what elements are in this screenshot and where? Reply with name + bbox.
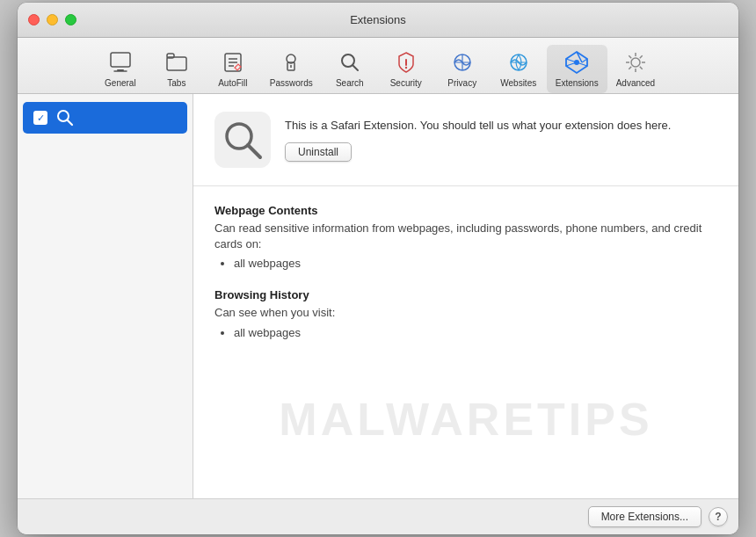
titlebar: Extensions — [18, 3, 738, 38]
browsing-history-item-0: all webpages — [234, 325, 717, 340]
svg-line-40 — [248, 145, 260, 157]
extension-checkbox[interactable]: ✓ — [33, 111, 47, 125]
webpage-contents-title: Webpage Contents — [214, 204, 717, 217]
toolbar-tabs-label: Tabs — [167, 78, 185, 88]
toolbar-tabs[interactable]: Tabs — [149, 45, 205, 93]
toolbar-security[interactable]: Security — [378, 45, 434, 93]
extension-description: This is a Safari Extension. You should t… — [285, 118, 717, 134]
webpage-contents-desc: Can read sensitive information from webp… — [214, 221, 717, 252]
toolbar: General Tabs Auto — [18, 38, 738, 94]
svg-rect-3 — [167, 57, 186, 70]
toolbar-general[interactable]: General — [92, 45, 149, 93]
permissions-area: Webpage Contents Can read sensitive info… — [193, 186, 738, 375]
svg-line-38 — [68, 120, 73, 126]
svg-line-36 — [629, 67, 631, 69]
general-icon — [106, 48, 134, 76]
browsing-history-section: Browsing History Can see when you visit:… — [214, 288, 717, 339]
extension-detail-panel: MALWARETIPS This is a Safari Extension. … — [193, 94, 738, 498]
autofill-icon — [219, 48, 247, 76]
svg-line-34 — [640, 67, 643, 69]
footer: More Extensions... ? — [18, 498, 738, 534]
toolbar-search-label: Search — [336, 78, 364, 88]
toolbar-privacy-label: Privacy — [447, 78, 476, 88]
advanced-icon — [622, 48, 650, 76]
toolbar-passwords-label: Passwords — [270, 78, 313, 88]
minimize-button[interactable] — [47, 14, 58, 25]
toolbar-websites[interactable]: Websites — [491, 45, 547, 93]
more-extensions-button[interactable]: More Extensions... — [588, 506, 701, 527]
toolbar-privacy[interactable]: Privacy — [434, 45, 491, 93]
extension-main-icon — [214, 112, 271, 168]
toolbar-extensions-label: Extensions — [556, 78, 599, 88]
toolbar-advanced-label: Advanced — [616, 78, 655, 88]
extension-list-icon — [55, 107, 76, 128]
browsing-history-title: Browsing History — [214, 288, 717, 301]
close-button[interactable] — [28, 14, 40, 25]
extensions-icon — [563, 48, 591, 76]
toolbar-security-label: Security — [390, 78, 422, 88]
watermark: MALWARETIPS — [279, 393, 652, 446]
uninstall-button[interactable]: Uninstall — [285, 142, 352, 162]
svg-line-13 — [353, 65, 358, 70]
tabs-icon — [163, 48, 191, 76]
webpage-contents-item-0: all webpages — [234, 256, 717, 271]
toolbar-websites-label: Websites — [500, 78, 536, 88]
extension-info: This is a Safari Extension. You should t… — [285, 118, 717, 162]
svg-line-23 — [582, 59, 587, 62]
toolbar-autofill[interactable]: AutoFill — [205, 45, 261, 93]
security-icon — [392, 48, 420, 76]
browsing-history-desc: Can see when you visit: — [214, 305, 717, 321]
sidebar-item-search-extension[interactable]: ✓ — [23, 102, 187, 134]
search-toolbar-icon — [336, 48, 364, 76]
toolbar-general-label: General — [105, 78, 136, 88]
extension-header: This is a Safari Extension. You should t… — [193, 94, 738, 186]
extensions-sidebar: ✓ — [18, 94, 193, 498]
websites-icon — [505, 48, 533, 76]
help-button[interactable]: ? — [709, 507, 728, 526]
toolbar-extensions[interactable]: Extensions — [547, 45, 607, 93]
toolbar-autofill-label: AutoFill — [218, 78, 247, 88]
svg-point-27 — [574, 60, 579, 65]
passwords-icon — [277, 48, 305, 76]
svg-point-28 — [631, 58, 640, 67]
privacy-icon — [448, 48, 476, 76]
toolbar-passwords[interactable]: Passwords — [261, 45, 322, 93]
toolbar-advanced[interactable]: Advanced — [607, 45, 664, 93]
content-area: ✓ MALWARETIPS — [18, 94, 738, 498]
toolbar-search[interactable]: Search — [322, 45, 378, 93]
maximize-button[interactable] — [65, 14, 76, 25]
svg-point-15 — [405, 67, 407, 69]
svg-rect-4 — [167, 54, 174, 58]
webpage-contents-section: Webpage Contents Can read sensitive info… — [214, 204, 717, 271]
svg-line-33 — [629, 55, 631, 58]
window-title: Extensions — [350, 13, 406, 26]
browsing-history-list: all webpages — [214, 325, 717, 340]
main-window: Extensions General Tabs — [18, 3, 738, 534]
svg-line-35 — [640, 55, 643, 58]
webpage-contents-list: all webpages — [214, 256, 717, 271]
window-controls — [28, 14, 76, 25]
svg-rect-0 — [111, 53, 130, 67]
